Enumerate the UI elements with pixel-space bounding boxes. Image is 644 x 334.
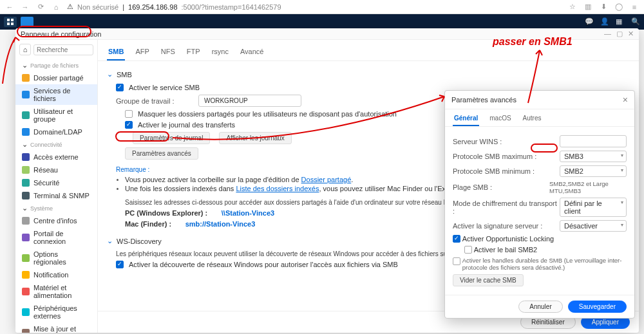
enable-smb-checkbox[interactable] [116,84,124,91]
browser-address-bar: ← → ⟳ ⌂ ⚠ Non sécurisé | 169.254.186.98:… [0,0,644,14]
sidebar-item-icon [22,153,30,161]
sidebar-item-label: Domaine/LDAP [33,128,82,136]
sidebar-section[interactable]: ⌄ Connectivité [15,138,97,151]
sidebar-item[interactable]: Réseau [15,163,97,176]
svg-rect-0 [7,19,10,21]
sidebar-item[interactable]: Mise à jour et restauration [15,322,97,333]
sidebar-section[interactable]: ⌄ Partage de fichiers [15,59,97,71]
extensions-icon[interactable]: ▥ [583,3,592,12]
search-icon[interactable]: 🔍 [631,17,640,26]
sidebar-item[interactable]: Utilisateur et groupe [15,105,97,125]
encrypt-select[interactable]: Défini par le client [560,198,627,217]
address-field[interactable]: ⚠ Non sécurisé | 169.254.186.98:5000/?ti… [67,3,562,11]
sidebar-item[interactable]: Services de fichiers [15,84,97,105]
enable-log-checkbox[interactable] [125,121,133,129]
tab-nfs[interactable]: NFS [160,45,176,60]
tab-afp[interactable]: AFP [134,45,150,60]
smb-section-header[interactable]: ⌄SMB [107,70,630,79]
indexed-list-link[interactable]: Liste des dossiers indexés [236,185,319,192]
downloads-icon[interactable]: ⬇ [599,3,608,12]
sidebar-item[interactable]: Matériel et alimentation [15,281,97,302]
advanced-settings-modal: Paramètres avancés × GénéralmacOSAutres … [444,90,635,319]
sidebar-item-icon [22,91,30,98]
sign-select[interactable]: Désactiver [560,220,627,232]
sidebar-item[interactable]: Dossier partagé [15,71,97,84]
bookmark-icon[interactable]: ☆ [568,3,577,12]
menu-icon[interactable]: ≡ [630,3,639,12]
nav-forward-icon[interactable]: → [21,3,30,12]
hide-shares-checkbox[interactable] [125,110,133,118]
tab-avancé[interactable]: Avancé [239,45,265,60]
sidebar-item[interactable]: Périphériques externes [15,302,97,322]
sidebar-item-icon [22,217,30,225]
sidebar-home-button[interactable]: ⌂ [19,44,31,55]
sidebar-item-icon [22,128,30,136]
window-maximize-icon[interactable]: ▢ [616,30,623,38]
nav-reload-icon[interactable]: ⟳ [36,3,45,12]
wins-input[interactable] [560,135,627,147]
dsm-pin-icon[interactable] [21,17,33,27]
tab-rsync[interactable]: rsync [211,45,230,60]
sidebar-item-label: Utilisateur et groupe [33,107,91,123]
modal-tab-autres[interactable]: Autres [522,112,543,126]
smb-min-select[interactable]: SMB2 [560,165,627,177]
modal-save-button[interactable]: Sauvegarder [568,301,627,313]
sidebar-item[interactable]: Centre d'infos [15,214,97,227]
sidebar-item[interactable]: Terminal & SNMP [15,189,97,202]
svg-rect-1 [11,19,14,21]
modal-tab-général[interactable]: Général [453,112,479,126]
modal-tab-macos[interactable]: macOS [488,112,512,126]
tab-smb[interactable]: SMB [107,45,125,60]
protocol-tabs: SMBAFPNFSFTPrsyncAvancé [98,40,639,61]
sidebar-item-label: Sécurité [33,179,59,187]
view-logs-button[interactable]: Afficher les journaux [219,132,291,144]
enable-ws-checkbox[interactable] [116,261,124,268]
url-host: 169.254.186.98 [128,3,177,11]
advanced-settings-button[interactable]: Paramètres avancés [125,147,198,160]
smb-max-select[interactable]: SMB3 [560,151,627,162]
window-close-icon[interactable]: ✕ [628,30,634,38]
pc-access-path: \\Station-Vince3 [222,209,274,217]
user-icon[interactable]: 👤 [600,17,609,26]
sidebar-item-icon [22,329,30,333]
chat-icon[interactable]: 💬 [585,17,594,26]
tab-ftp[interactable]: FTP [185,45,202,60]
sidebar-item[interactable]: Portail de connexion [15,227,97,248]
durable-label: Activer les handles durables de SMB (Le … [462,257,627,271]
log-settings-button[interactable]: Paramètres de journal [133,132,210,144]
window-minimize-icon[interactable]: — [604,30,611,38]
sidebar-item[interactable]: Accès externe [15,151,97,163]
modal-cancel-button[interactable]: Annuler [518,301,562,313]
window-titlebar[interactable]: Panneau de configuration — ▢ ✕ [15,28,639,40]
sidebar-item-icon [22,74,30,82]
widgets-icon[interactable]: ▦ [616,17,625,26]
workgroup-input[interactable] [198,95,301,107]
sidebar-item-label: Notification [33,271,68,279]
mac-access-label: Mac (Finder) : [125,220,171,228]
lease-checkbox[interactable] [464,246,472,254]
nav-home-icon[interactable]: ⌂ [52,3,61,12]
sidebar-item-label: Accès externe [33,153,79,161]
dsm-apps-icon[interactable] [4,17,17,27]
shared-folder-link[interactable]: Dossier partagé [301,176,352,183]
sidebar-item[interactable]: Notification [15,268,97,281]
oplock-label: Activer Opportunistic Locking [462,235,554,243]
modal-close-icon[interactable]: × [623,95,628,105]
mac-access-path: smb://Station-Vince3 [185,220,256,228]
sidebar-item[interactable]: Domaine/LDAP [15,125,97,138]
sidebar-item-label: Portail de connexion [33,230,91,245]
clear-cache-button[interactable]: Vider le cache SMB [453,274,524,286]
account-icon[interactable]: ◯ [614,3,623,12]
durable-checkbox[interactable] [453,257,460,265]
sidebar-item-label: Options régionales [33,250,91,266]
sidebar-item[interactable]: Sécurité [15,176,97,189]
oplock-checkbox[interactable] [453,235,460,243]
smb-range-label: Plage SMB : [453,183,549,191]
sidebar-item[interactable]: Options régionales [15,248,97,268]
sidebar-item-icon [22,111,30,119]
workgroup-label: Groupe de travail : [116,97,193,105]
sidebar-search-input[interactable] [33,44,93,55]
lock-warning-icon: ⚠ [67,3,73,11]
nav-back-icon[interactable]: ← [5,3,14,12]
sidebar-section[interactable]: ⌄ Système [15,202,97,214]
